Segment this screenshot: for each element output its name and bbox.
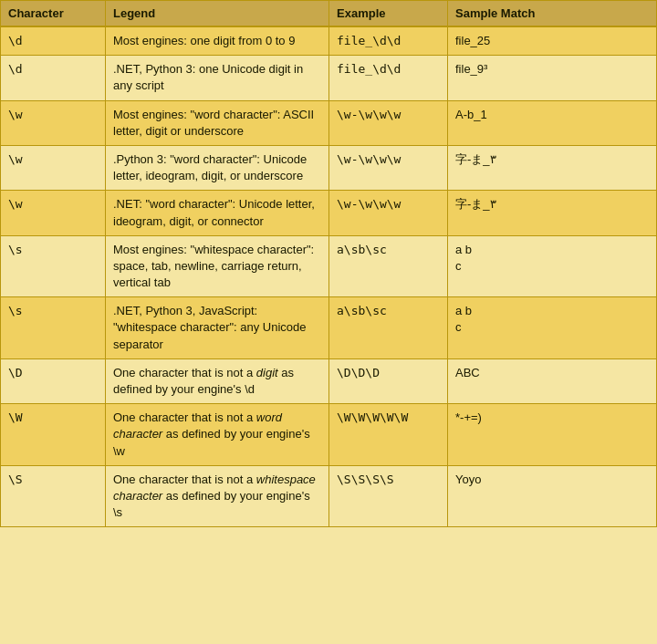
cell-legend: One character that is not a whitespace c… <box>106 466 329 527</box>
cell-character: \w <box>1 146 106 190</box>
cell-legend: One character that is not a digit as def… <box>106 359 329 403</box>
table-row: \W One character that is not a word char… <box>1 404 656 466</box>
cell-sample: ABC <box>448 359 656 403</box>
cell-sample: file_9³ <box>448 56 656 99</box>
cell-sample: A-b_1 <box>448 101 656 145</box>
cell-example: a\sb\sc <box>329 297 448 358</box>
cell-character: \w <box>1 101 106 145</box>
cell-character: \s <box>1 297 106 358</box>
cell-legend: Most engines: "word character": ASCII le… <box>106 101 329 145</box>
header-legend: Legend <box>106 1 329 26</box>
table-row: \s .NET, Python 3, JavaScript: "whitespa… <box>1 297 656 359</box>
cell-example: \w-\w\w\w <box>329 191 448 234</box>
table-row: \w .NET: "word character": Unicode lette… <box>1 191 656 235</box>
cell-sample: file_25 <box>448 27 656 55</box>
table-row: \S One character that is not a whitespac… <box>1 466 656 527</box>
cell-legend: One character that is not a word charact… <box>106 404 329 465</box>
cell-example: \w-\w\w\w <box>329 101 448 145</box>
cell-legend: .Python 3: "word character": Unicode let… <box>106 146 329 190</box>
table-row: \D One character that is not a digit as … <box>1 359 656 404</box>
cell-sample: a bc <box>448 236 656 297</box>
cell-character: \W <box>1 404 106 465</box>
cell-example: \w-\w\w\w <box>329 146 448 190</box>
cell-example: \W\W\W\W\W <box>329 404 448 465</box>
cell-legend: .NET, Python 3: one Unicode digit in any… <box>106 56 329 99</box>
cell-sample: a bc <box>448 297 656 358</box>
cell-sample: Yoyo <box>448 466 656 527</box>
cell-example: a\sb\sc <box>329 236 448 297</box>
header-example: Example <box>329 1 448 26</box>
table-row: \s Most engines: "whitespace character":… <box>1 236 656 298</box>
cell-legend: .NET: "word character": Unicode letter, … <box>106 191 329 234</box>
header-sample: Sample Match <box>448 1 656 26</box>
cell-character: \S <box>1 466 106 527</box>
cell-example: file_\d\d <box>329 56 448 99</box>
cell-character: \s <box>1 236 106 297</box>
cell-character: \w <box>1 191 106 234</box>
cell-sample: *-+=) <box>448 404 656 465</box>
table-row: \w Most engines: "word character": ASCII… <box>1 101 656 146</box>
cell-example: file_\d\d <box>329 27 448 55</box>
regex-table: Character Legend Example Sample Match \d… <box>0 0 657 527</box>
table-row: \w .Python 3: "word character": Unicode … <box>1 146 656 191</box>
table-header: Character Legend Example Sample Match <box>1 1 656 27</box>
cell-character: \D <box>1 359 106 403</box>
table-row: \d .NET, Python 3: one Unicode digit in … <box>1 56 656 100</box>
cell-legend: Most engines: "whitespace character": sp… <box>106 236 329 297</box>
header-character: Character <box>1 1 106 26</box>
cell-legend: .NET, Python 3, JavaScript: "whitespace … <box>106 297 329 358</box>
cell-character: \d <box>1 27 106 55</box>
cell-sample: 字-ま_۳ <box>448 146 656 190</box>
cell-character: \d <box>1 56 106 99</box>
table-row: \d Most engines: one digit from 0 to 9 f… <box>1 27 656 56</box>
cell-legend: Most engines: one digit from 0 to 9 <box>106 27 329 55</box>
cell-example: \D\D\D <box>329 359 448 403</box>
cell-sample: 字-ま_۳ <box>448 191 656 234</box>
cell-example: \S\S\S\S <box>329 466 448 527</box>
